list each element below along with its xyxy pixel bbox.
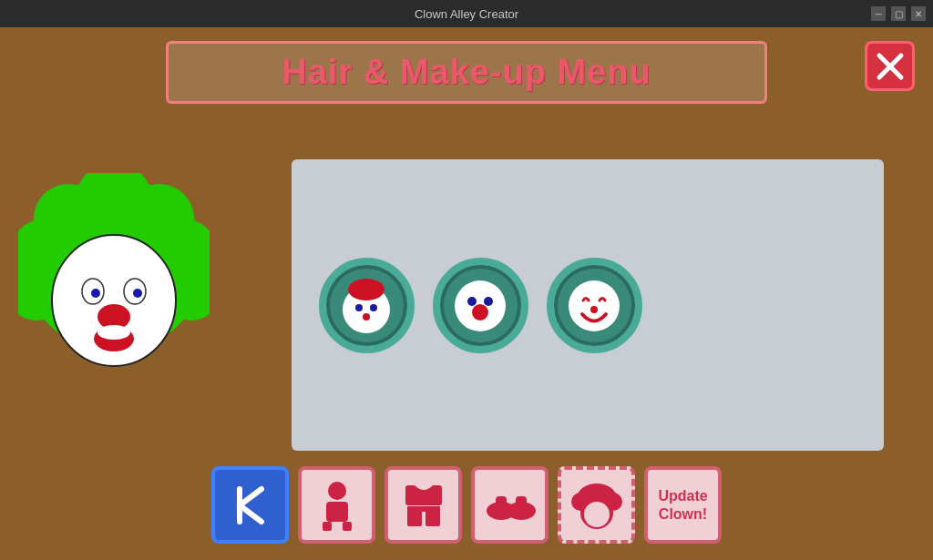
svg-point-14 [133, 289, 142, 298]
back-button[interactable] [211, 466, 289, 544]
toolbar: Update Clown! [0, 466, 933, 544]
svg-point-24 [467, 297, 477, 306]
svg-rect-36 [343, 522, 352, 531]
titlebar: Clown Alley Creator ─ ▢ ✕ [0, 0, 933, 27]
clown-preview [18, 173, 210, 373]
svg-point-13 [91, 289, 100, 298]
svg-rect-42 [496, 496, 507, 514]
svg-point-25 [484, 297, 493, 306]
close-window-button[interactable]: ✕ [911, 6, 926, 21]
titlebar-title: Clown Alley Creator [415, 7, 518, 21]
titlebar-controls[interactable]: ─ ▢ ✕ [871, 6, 926, 21]
x-icon [876, 52, 905, 81]
svg-rect-44 [516, 496, 527, 514]
svg-point-49 [584, 502, 610, 527]
header-box: Hair & Make-up Menu [166, 41, 767, 104]
clothes-button[interactable] [384, 466, 462, 544]
clothes-icon [396, 478, 451, 533]
update-clown-button[interactable]: Update Clown! [644, 466, 722, 544]
svg-point-19 [348, 279, 384, 300]
hair-icon [569, 478, 624, 533]
makeup-option-1[interactable] [319, 258, 415, 353]
close-menu-button[interactable] [865, 41, 915, 91]
shoes-button[interactable] [471, 466, 549, 544]
makeup-icon-2 [446, 271, 515, 340]
makeup-icon-3 [560, 271, 629, 340]
main-content: Hair & Make-up Menu [0, 27, 933, 560]
svg-point-17 [97, 325, 130, 340]
update-clown-label: Update Clown! [648, 487, 718, 522]
page-title: Hair & Make-up Menu [282, 53, 651, 91]
makeup-icon-1 [333, 271, 401, 340]
body-icon [310, 478, 364, 533]
svg-point-26 [472, 304, 488, 321]
svg-point-33 [328, 482, 346, 500]
back-icon [223, 478, 278, 533]
makeup-option-3[interactable] [547, 258, 642, 353]
hair-button[interactable] [558, 466, 635, 544]
minimize-button[interactable]: ─ [871, 6, 886, 21]
restore-button[interactable]: ▢ [891, 6, 906, 21]
selection-panel [292, 159, 884, 451]
svg-point-28 [590, 306, 598, 313]
svg-point-20 [355, 304, 363, 311]
shoes-icon [483, 478, 538, 533]
body-button[interactable] [298, 466, 375, 544]
makeup-option-2[interactable] [433, 258, 528, 353]
svg-rect-34 [326, 502, 348, 522]
svg-point-21 [370, 304, 377, 311]
svg-rect-40 [407, 506, 440, 512]
svg-point-22 [363, 313, 370, 321]
svg-rect-35 [323, 522, 332, 531]
clown-face-svg [18, 173, 210, 373]
svg-rect-29 [228, 483, 273, 528]
